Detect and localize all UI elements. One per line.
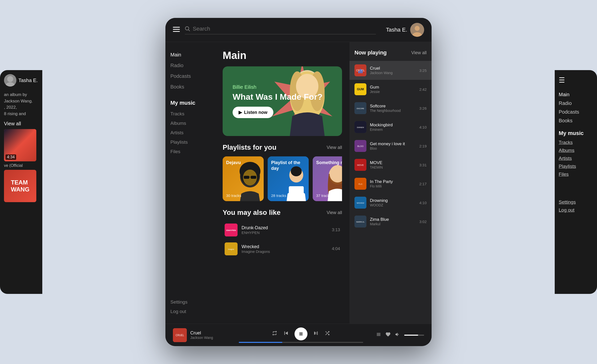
sidebar-item-files[interactable]: Files (170, 147, 210, 156)
np-item-mockingbird[interactable]: EMINEM Mockingbird Eminem 4:10 (349, 118, 432, 136)
right-nav-artists[interactable]: Artists (559, 154, 593, 162)
right-nav-radio[interactable]: Radio (559, 99, 593, 108)
volume-button[interactable] (395, 332, 400, 339)
eq-bar-1 (358, 71, 359, 73)
hamburger-icon[interactable] (173, 27, 180, 33)
playlist-card-something-new[interactable]: Something new (313, 156, 342, 201)
svg-text:WOODZ: WOODZ (357, 202, 364, 204)
track-name-drunk-dazed: Drunk-Dazed (242, 225, 328, 230)
you-may-like-view-all[interactable]: View all (327, 210, 342, 215)
right-mymusic-title: My music (559, 130, 593, 136)
left-album-thumb2: TEAMWANG (4, 170, 36, 202)
right-logout[interactable]: Log out (559, 206, 593, 214)
np-item-zima-blue[interactable]: MARKUL Zima Blue Markul 3:02 (349, 212, 432, 231)
phone-right: ☰ Main Radio Podcasts Books My music Tra… (555, 70, 597, 294)
sidebar-logout[interactable]: Log out (170, 307, 210, 316)
np-info-drowning: Drowning WOODZ (370, 198, 416, 207)
hero-title: What Was I Made For? (233, 92, 322, 102)
play-pause-button[interactable] (295, 327, 307, 340)
sidebar-item-artists[interactable]: Artists (170, 128, 210, 137)
track-duration-wrecked: 4:04 (332, 246, 340, 251)
svg-text:Imagine: Imagine (228, 248, 234, 250)
sidebar-my-music-title: My music (170, 100, 210, 106)
right-nav-books[interactable]: Books (559, 116, 593, 125)
search-icon (185, 26, 190, 32)
sidebar-settings[interactable]: Settings (170, 297, 210, 307)
hero-banner[interactable]: Billie Eilish What Was I Made For? ▶ Lis… (223, 66, 342, 136)
np-thumb-zima-blue: MARKUL (354, 216, 366, 228)
left-view-all[interactable]: View all (4, 121, 38, 127)
right-settings[interactable]: Settings (559, 198, 593, 206)
eq-bar-2 (360, 69, 361, 73)
np-name-in-the-party: In The Party (370, 179, 416, 184)
svg-text:FLO: FLO (358, 183, 362, 185)
np-item-move[interactable]: MOVE MOVE TAEMIN 3:31 (349, 155, 432, 174)
playlist-row: Dejavu (223, 156, 342, 201)
repeat-button[interactable] (272, 330, 278, 338)
you-may-like-title: You may also like (223, 209, 281, 217)
np-duration-move: 3:31 (419, 163, 427, 167)
svg-rect-2 (173, 27, 180, 28)
np-duration-zima-blue: 3:02 (419, 220, 427, 224)
sidebar-item-podcasts[interactable]: Podcasts (170, 71, 210, 82)
playlist-card-dejavu[interactable]: Dejavu (223, 156, 264, 201)
np-name-mockingbird: Mockingbird (370, 123, 416, 128)
np-artist-get-money: Bloo (370, 146, 416, 150)
sidebar-item-books[interactable]: Books (170, 82, 210, 92)
np-thumb-drowning: WOODZ (354, 197, 366, 209)
right-nav-tracks[interactable]: Tracks (559, 138, 593, 146)
svg-text:EMINEM: EMINEM (357, 127, 364, 128)
next-button[interactable] (312, 330, 319, 338)
user-avatar[interactable] (410, 23, 424, 37)
right-nav-podcasts[interactable]: Podcasts (559, 108, 593, 116)
right-nav-files[interactable]: Files (559, 170, 593, 178)
track-name-wrecked: Wrecked (242, 244, 328, 249)
prev-button[interactable] (283, 330, 290, 338)
np-info-softcore: Softcore The Neighbourhood (370, 104, 416, 113)
playlists-view-all-button[interactable]: View all (327, 145, 342, 150)
progress-bar[interactable] (239, 342, 363, 343)
np-item-get-money[interactable]: BLOO Get money i love it Bloo 2:19 (349, 136, 432, 155)
np-name-move: MOVE (370, 160, 416, 165)
right-nav-main[interactable]: Main (559, 90, 593, 99)
sidebar-item-tracks[interactable]: Tracks (170, 109, 210, 119)
sidebar-item-main[interactable]: Main (170, 49, 210, 60)
np-artist-move: TAEMIN (370, 165, 416, 169)
playlist-card-playlist-day[interactable]: Playlist of the day 28 tracks (268, 156, 309, 201)
svg-text:CRUEL: CRUEL (176, 334, 184, 337)
sidebar-item-albums[interactable]: Albums (170, 119, 210, 128)
np-artist-mockingbird: Eminem (370, 128, 416, 132)
svg-rect-20 (244, 176, 249, 179)
heart-button[interactable] (385, 332, 391, 339)
right-nav-albums[interactable]: Albums (559, 146, 593, 154)
main-content: Main (215, 42, 349, 324)
queue-button[interactable] (376, 332, 381, 339)
right-hamburger-icon[interactable]: ☰ (559, 76, 593, 84)
np-item-gum[interactable]: GUM Gum Jessie 2:42 (349, 80, 432, 99)
shuffle-button[interactable] (324, 330, 330, 338)
track-item-drunk-dazed[interactable]: ENHYPEN Drunk-Dazed ENHYPEN 3:13 (223, 222, 342, 238)
track-item-wrecked[interactable]: Imagine Wrecked Imagine Dragons 4:04 (223, 240, 342, 257)
svg-rect-53 (301, 332, 302, 335)
playlist-day-track-count: 28 tracks (271, 193, 286, 198)
np-item-drowning[interactable]: WOODZ Drowning WOODZ 4:10 (349, 193, 432, 212)
sidebar-item-playlists[interactable]: Playlists (170, 137, 210, 147)
np-item-softcore[interactable]: ENCORE Softcore The Neighbourhood 3:26 (349, 99, 432, 118)
listen-now-button[interactable]: ▶ Listen now (233, 107, 273, 118)
user-area: Tasha E. (386, 23, 424, 37)
track-artist-drunk-dazed: ENHYPEN (242, 230, 328, 235)
sidebar-item-radio[interactable]: Radio (170, 60, 210, 71)
now-playing-view-all[interactable]: View all (411, 50, 427, 55)
playlists-section-title: Playlists for you (223, 143, 276, 151)
right-nav-playlists[interactable]: Playlists (559, 162, 593, 170)
hero-content: Billie Eilish What Was I Made For? ▶ Lis… (233, 84, 322, 118)
np-item-cruel[interactable]: CRUEL Cruel Jackson Wang (349, 61, 432, 80)
volume-slider[interactable] (404, 335, 424, 336)
search-input[interactable] (193, 26, 376, 32)
sidebar: Main Radio Podcasts Books My music Track… (165, 42, 215, 324)
np-item-in-the-party[interactable]: FLO In The Party Flo Milli 2:17 (349, 174, 432, 193)
left-username: Tasha E. (18, 78, 38, 83)
np-duration-mockingbird: 4:10 (419, 125, 427, 129)
svg-point-24 (291, 166, 302, 176)
sidebar-nav: Main Radio Podcasts Books (165, 49, 215, 92)
